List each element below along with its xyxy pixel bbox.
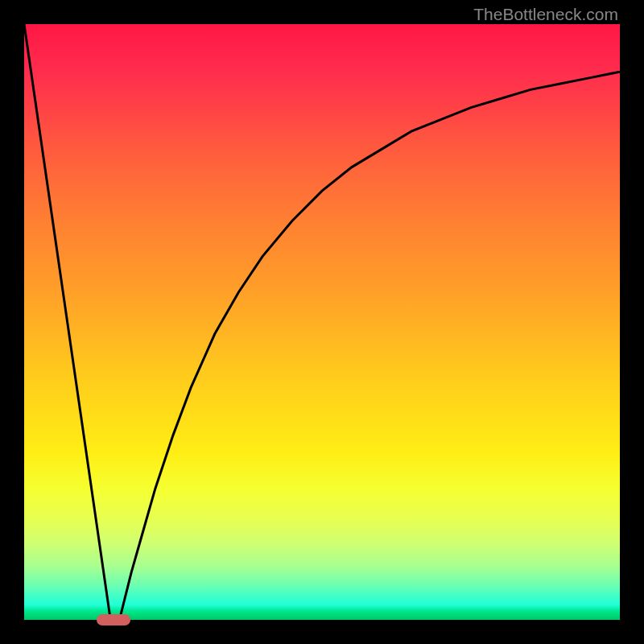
chart-container: TheBottleneck.com xyxy=(0,0,644,644)
right-curve xyxy=(119,72,620,620)
watermark-text: TheBottleneck.com xyxy=(473,5,618,24)
chart-curves xyxy=(24,24,620,620)
left-line xyxy=(24,24,110,620)
bottleneck-marker xyxy=(97,614,130,625)
